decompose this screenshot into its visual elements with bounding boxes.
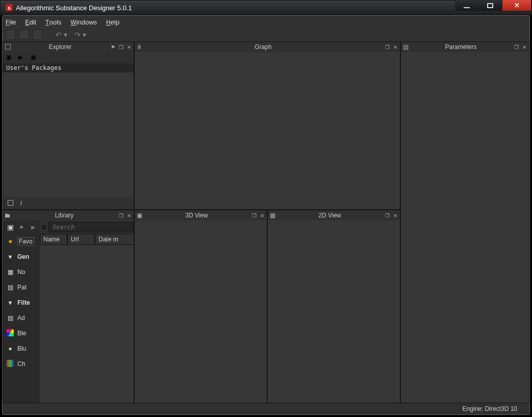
toolbar-save-button[interactable]: [32, 30, 42, 40]
library-filters-header[interactable]: ▾ Filte: [3, 295, 40, 310]
library-table-body: [40, 245, 134, 403]
explorer-foot-tree-icon[interactable]: 🞎: [7, 200, 13, 207]
cube-icon: ▣: [135, 212, 144, 219]
library-col-name[interactable]: Name: [40, 234, 67, 245]
window-minimize-button[interactable]: [455, 0, 478, 11]
window-close-button[interactable]: [502, 0, 531, 11]
library-title: Library: [12, 212, 116, 219]
menu-tools[interactable]: Tools: [45, 18, 61, 26]
view2d-restore-button[interactable]: [384, 212, 391, 219]
graph-title: Graph: [144, 43, 383, 51]
menubar: File Edit Tools Windows Help: [3, 16, 529, 28]
library-more-button[interactable]: »: [29, 223, 37, 231]
library-col-url[interactable]: Url: [67, 234, 95, 245]
toolbar-undo-button[interactable]: ↶ ▾: [54, 31, 69, 39]
graph-panel: ⋔ Graph: [134, 41, 400, 210]
window-maximize-button[interactable]: [478, 0, 502, 11]
library-panel: 🖿 Library ▣ ＋ » ★: [3, 210, 134, 403]
chevron-down-icon: ▾: [6, 253, 14, 260]
explorer-tool-1[interactable]: ▣: [6, 54, 14, 62]
explorer-close-button[interactable]: [125, 43, 133, 51]
image-icon: ▦: [268, 212, 277, 219]
menu-file[interactable]: File: [6, 18, 16, 26]
channel-icon: [6, 360, 14, 369]
window-title: Allegorithmic Substance Designer 5.0.1: [16, 4, 455, 12]
view3d-title: 3D View: [144, 212, 249, 219]
adjust-icon: ▤: [6, 314, 14, 322]
explorer-restore-button[interactable]: [117, 43, 124, 51]
library-table-header: Name Url Date m: [40, 234, 134, 245]
parameters-close-button[interactable]: [521, 43, 528, 51]
library-favorites-label: Favo: [17, 237, 34, 246]
parameters-title: Parameters: [410, 43, 512, 51]
graph-canvas[interactable]: [135, 52, 400, 209]
view2d-close-button[interactable]: [392, 212, 399, 219]
status-engine: Engine: Direct3D 10: [463, 405, 517, 412]
graph-icon: ⋔: [135, 43, 144, 51]
library-add-button[interactable]: ＋: [17, 223, 26, 231]
view3d-panel: ▣ 3D View: [134, 210, 267, 403]
explorer-title: Explorer: [12, 43, 108, 51]
library-item-channel[interactable]: Ch: [3, 356, 40, 372]
statusbar: Engine: Direct3D 10: [3, 403, 529, 414]
main-toolbar: ↶ ▾ ↷ ▾: [3, 28, 529, 41]
view3d-canvas[interactable]: [135, 220, 267, 403]
pattern-icon: ▤: [6, 284, 14, 291]
menu-windows[interactable]: Windows: [70, 18, 97, 26]
explorer-folder-users-packages[interactable]: User's Packages: [3, 63, 134, 72]
view2d-panel: ▦ 2D View: [267, 210, 400, 403]
noise-icon: ▦: [6, 268, 14, 276]
library-close-button[interactable]: [125, 212, 133, 219]
library-col-date[interactable]: Date m: [95, 234, 134, 245]
explorer-tool-3[interactable]: ▣: [31, 54, 39, 62]
view3d-restore-button[interactable]: [250, 212, 258, 219]
parameters-panel: ▤ Parameters: [400, 41, 529, 403]
explorer-foot-info-icon[interactable]: i: [20, 200, 22, 207]
library-item-noise[interactable]: ▦ No: [3, 264, 40, 280]
library-item-pattern[interactable]: ▤ Pat: [3, 280, 40, 295]
graph-restore-button[interactable]: [384, 43, 391, 51]
titlebar: s Allegorithmic Substance Designer 5.0.1: [0, 0, 532, 15]
doc-icon: ▤: [401, 43, 410, 51]
library-stack-icon[interactable]: ▣: [6, 223, 14, 231]
explorer-tool-2[interactable]: ▶: [18, 54, 27, 62]
toolbar-redo-button[interactable]: ↷ ▾: [72, 31, 88, 39]
library-item-adjust[interactable]: ▤ Ad: [3, 310, 40, 326]
toolbar-open-button[interactable]: [19, 30, 29, 40]
tree-icon: 🞎: [3, 43, 12, 51]
toolbar-new-button[interactable]: [6, 30, 16, 40]
library-generators-header[interactable]: ▾ Gen: [3, 249, 40, 264]
view2d-title: 2D View: [277, 212, 383, 219]
explorer-panel: 🞎 Explorer ▣ ▶ ▣ User's Packages: [3, 41, 134, 210]
library-search-input[interactable]: [48, 222, 134, 232]
explorer-pin-button[interactable]: [109, 43, 116, 51]
menu-help[interactable]: Help: [106, 18, 119, 26]
view2d-canvas[interactable]: [268, 220, 400, 403]
chevron-down-icon: ▾: [6, 299, 14, 306]
library-favorites[interactable]: ★ Favo: [3, 234, 40, 249]
graph-close-button[interactable]: [392, 43, 399, 51]
menu-edit[interactable]: Edit: [25, 18, 36, 26]
library-item-blur[interactable]: ● Blu: [3, 341, 40, 356]
star-icon: ★: [6, 238, 14, 245]
blend-icon: [6, 329, 14, 338]
parameters-restore-button[interactable]: [513, 43, 520, 51]
view3d-close-button[interactable]: [259, 212, 266, 219]
library-search-launch-icon[interactable]: ⧉: [42, 224, 46, 231]
library-restore-button[interactable]: [117, 212, 124, 219]
folder-icon: 🖿: [3, 212, 12, 219]
dot-icon: ●: [6, 345, 14, 352]
library-sidebar: ▣ ＋ » ★ Favo ▾ Gen ▦: [3, 220, 40, 403]
app-icon: s: [6, 4, 13, 11]
parameters-body: [401, 52, 529, 403]
library-item-blend[interactable]: Ble: [3, 326, 40, 341]
